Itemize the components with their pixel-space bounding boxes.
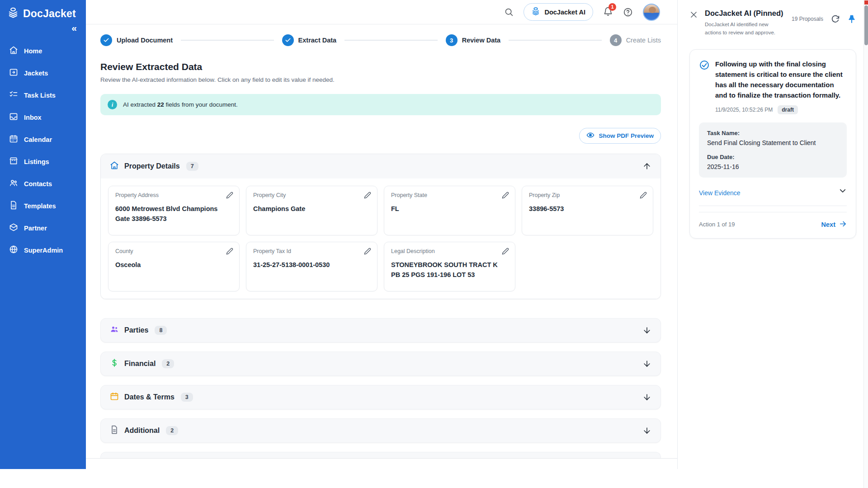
expand-arrow-icon[interactable] (642, 359, 651, 368)
step-upload-document[interactable]: Upload Document (100, 34, 173, 46)
view-evidence-link[interactable]: View Evidence (699, 189, 741, 197)
field-card-property-city[interactable]: Property City Champions Gate (246, 186, 377, 235)
info-icon: i (108, 100, 117, 109)
step-extract-data[interactable]: Extract Data (282, 34, 337, 46)
inbox-icon (9, 112, 18, 122)
main-content: Upload Document Extract Data 3 Review Da… (86, 24, 677, 458)
edit-pencil-icon[interactable] (364, 248, 371, 257)
sidebar: DocJacket « Home Jackets Task Lists Inbo… (0, 0, 86, 469)
sidebar-item-task-lists[interactable]: Task Lists (0, 84, 86, 106)
user-avatar[interactable] (643, 4, 660, 21)
sidebar-nav: Home Jackets Task Lists Inbox Calendar L… (0, 40, 86, 261)
notifications-button[interactable]: 1 (603, 6, 613, 18)
sidebar-item-listings[interactable]: Listings (0, 150, 86, 173)
section-header-property-details[interactable]: Property Details 7 (101, 154, 660, 178)
field-label: Property State (391, 192, 508, 198)
step-create-lists[interactable]: 4 Create Lists (610, 34, 661, 46)
collapse-arrow-icon[interactable] (642, 162, 651, 171)
edit-pencil-icon[interactable] (364, 192, 371, 201)
sidebar-item-label: Inbox (24, 114, 42, 121)
brand-name: DocJacket (23, 8, 76, 20)
field-grid: Property Address 6000 Metrowest Blvd Cha… (101, 178, 660, 299)
sidebar-item-home[interactable]: Home (0, 40, 86, 62)
file-icon (9, 201, 18, 211)
edit-pencil-icon[interactable] (226, 192, 233, 201)
search-icon[interactable] (504, 7, 514, 17)
sidebar-collapse-button[interactable]: « (0, 22, 86, 33)
field-card-property-zip[interactable]: Property Zip 33896-5573 (522, 186, 653, 235)
sidebar-item-label: Calendar (24, 136, 52, 143)
expand-arrow-icon[interactable] (642, 426, 651, 435)
pin-icon[interactable] (847, 14, 856, 23)
field-label: Property Address (115, 192, 232, 198)
field-value: FL (391, 204, 508, 214)
sidebar-item-contacts[interactable]: Contacts (0, 173, 86, 195)
edit-pencil-icon[interactable] (640, 192, 647, 201)
step-review-data[interactable]: 3 Review Data (446, 34, 500, 46)
section-title: Property Details (124, 162, 180, 170)
notification-badge: 1 (609, 3, 616, 11)
next-label: Next (821, 221, 835, 228)
home-icon (9, 46, 18, 56)
field-label: Property Zip (529, 192, 646, 198)
status-badge: draft (778, 105, 798, 114)
sidebar-item-inbox[interactable]: Inbox (0, 106, 86, 128)
section-parties[interactable]: Parties 8 (100, 318, 661, 343)
edit-pencil-icon[interactable] (502, 248, 509, 257)
brand-logo[interactable]: DocJacket (0, 0, 86, 22)
divider (699, 206, 847, 206)
field-card-legal-description[interactable]: Legal Description STONEYBROOK SOUTH TRAC… (384, 242, 515, 291)
field-card-property-state[interactable]: Property State FL (384, 186, 515, 235)
task-details-box: Task Name: Send Final Closing Statement … (699, 122, 847, 178)
proposal-card: Following up with the final closing stat… (689, 49, 856, 239)
field-card-property-tax-id[interactable]: Property Tax Id 31-25-27-5138-0001-0530 (246, 242, 377, 291)
sidebar-item-calendar[interactable]: Calendar (0, 128, 86, 150)
step-label: Review Data (462, 37, 500, 44)
close-icon[interactable] (689, 10, 698, 21)
main-column: DocJacket AI 1 Upload Document (86, 0, 677, 469)
sidebar-item-templates[interactable]: Templates (0, 195, 86, 217)
due-date-value: 2025-11-16 (707, 163, 839, 170)
field-card-property-address[interactable]: Property Address 6000 Metrowest Blvd Cha… (108, 186, 240, 235)
section-title: Parties (124, 326, 148, 334)
page-scrollbar[interactable] (863, 0, 868, 488)
section-financial[interactable]: Financial 2 (100, 352, 661, 376)
eye-icon (586, 131, 594, 141)
refresh-icon[interactable] (831, 15, 840, 23)
section-additional[interactable]: Additional 2 (100, 418, 661, 443)
edit-pencil-icon[interactable] (502, 192, 509, 201)
check-circle-icon (699, 60, 710, 101)
edit-pencil-icon[interactable] (226, 248, 233, 257)
step-label: Create Lists (626, 37, 661, 44)
proposals-count: 19 Proposals (792, 16, 823, 22)
field-label: County (115, 248, 232, 254)
section-count-badge: 2 (162, 359, 174, 368)
field-value: STONEYBROOK SOUTH TRACT K PB 25 PGS 191-… (391, 260, 508, 280)
step-check-icon (100, 34, 112, 46)
expand-arrow-icon[interactable] (642, 326, 651, 335)
content-bottom-edge (86, 458, 677, 469)
show-pdf-preview-button[interactable]: Show PDF Preview (579, 128, 661, 144)
sidebar-item-jackets[interactable]: Jackets (0, 62, 86, 84)
docjacket-ai-button[interactable]: DocJacket AI (524, 3, 593, 21)
banner-text: AI extracted 22 fields from your documen… (123, 101, 238, 108)
field-card-county[interactable]: County Osceola (108, 242, 240, 291)
help-button[interactable] (623, 7, 633, 17)
step-number: 4 (610, 34, 622, 46)
sidebar-item-partner[interactable]: Partner (0, 217, 86, 239)
people-icon (9, 178, 18, 189)
sidebar-item-label: Partner (24, 225, 47, 232)
sidebar-item-superadmin[interactable]: SuperAdmin (0, 239, 86, 261)
proposal-summary: Following up with the final closing stat… (715, 59, 847, 101)
checklist-icon (9, 90, 18, 100)
section-partially-visible[interactable] (100, 452, 661, 458)
section-dates-terms[interactable]: Dates & Terms 3 (100, 385, 661, 409)
step-connector (509, 40, 602, 41)
scrollbar-thumb[interactable] (864, 5, 868, 45)
next-action-button[interactable]: Next (821, 220, 847, 229)
expand-arrow-icon[interactable] (642, 393, 651, 402)
docjacket-logo-icon (531, 7, 540, 17)
field-value: 33896-5573 (529, 204, 646, 214)
divider (699, 212, 847, 212)
chevron-down-icon[interactable] (839, 187, 847, 195)
